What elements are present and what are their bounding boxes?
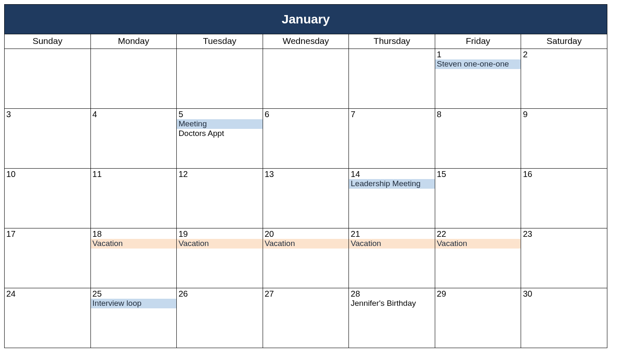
day-number: 20 [263, 228, 349, 239]
day-cell[interactable]: 8 [435, 108, 521, 168]
day-cell[interactable]: 5MeetingDoctors Appt [176, 108, 263, 168]
calendar-event[interactable]: Leadership Meeting [349, 179, 435, 189]
weekday-label: Wednesday [263, 34, 349, 49]
weekday-label: Saturday [521, 34, 607, 49]
calendar-event[interactable]: Vacation [91, 239, 177, 249]
day-cell[interactable] [348, 49, 435, 108]
weekday-label: Monday [90, 34, 177, 49]
day-cell[interactable]: 4 [90, 108, 177, 168]
day-cell[interactable]: 13 [263, 168, 349, 228]
day-number: 2 [521, 49, 607, 59]
calendar-event[interactable]: Steven one-one-one [435, 59, 521, 69]
month-header: January [4, 4, 607, 34]
day-number: 3 [5, 109, 90, 119]
calendar-event[interactable]: Vacation [435, 239, 521, 249]
day-number: 8 [435, 109, 521, 119]
day-cell[interactable]: 6 [263, 108, 349, 168]
day-cell[interactable]: 11 [90, 168, 177, 228]
day-cell[interactable]: 2 [521, 49, 607, 108]
day-number: 5 [177, 109, 263, 119]
day-number [177, 49, 263, 50]
day-cell[interactable]: 20Vacation [263, 228, 349, 288]
day-number: 12 [177, 169, 263, 179]
month-title: January [281, 12, 330, 26]
day-cell[interactable]: 24 [4, 288, 90, 348]
calendar: January Sunday Monday Tuesday Wednesday … [4, 4, 607, 348]
day-cell[interactable]: 21Vacation [348, 228, 435, 288]
weeks-grid: 1Steven one-one-one2345MeetingDoctors Ap… [4, 49, 607, 348]
day-cell[interactable]: 19Vacation [176, 228, 263, 288]
calendar-event[interactable]: Jennifer's Birthday [349, 299, 435, 308]
day-cell[interactable]: 15 [435, 168, 521, 228]
calendar-event[interactable]: Vacation [177, 239, 263, 249]
day-number: 27 [263, 288, 349, 299]
day-cell[interactable]: 1Steven one-one-one [435, 49, 521, 108]
weekday-label: Sunday [4, 34, 90, 49]
day-number: 22 [435, 228, 521, 239]
day-cell[interactable]: 10 [4, 168, 90, 228]
day-number [349, 49, 435, 50]
day-number: 13 [263, 169, 349, 179]
day-number: 11 [91, 169, 177, 179]
day-number: 6 [263, 109, 349, 119]
day-cell[interactable]: 26 [176, 288, 263, 348]
day-number: 29 [435, 288, 521, 299]
day-cell[interactable]: 14Leadership Meeting [348, 168, 435, 228]
day-number [91, 49, 177, 50]
day-number: 7 [349, 109, 435, 119]
day-cell[interactable]: 27 [263, 288, 349, 348]
day-cell[interactable]: 29 [435, 288, 521, 348]
calendar-event[interactable]: Interview loop [91, 299, 177, 308]
calendar-event[interactable]: Vacation [349, 239, 435, 249]
weekday-label: Thursday [348, 34, 435, 49]
day-cell[interactable]: 3 [4, 108, 90, 168]
weekday-label: Friday [435, 34, 521, 49]
day-number: 4 [91, 109, 177, 119]
day-number: 16 [521, 169, 607, 179]
day-number: 14 [349, 169, 435, 179]
day-number: 17 [5, 228, 90, 239]
day-cell[interactable] [176, 49, 263, 108]
day-number: 25 [91, 288, 177, 299]
day-number: 9 [521, 109, 607, 119]
day-number: 26 [177, 288, 263, 299]
day-number: 24 [5, 288, 90, 299]
day-cell[interactable]: 18Vacation [90, 228, 177, 288]
day-cell[interactable]: 9 [521, 108, 607, 168]
day-number: 15 [435, 169, 521, 179]
day-number: 28 [349, 288, 435, 299]
calendar-event[interactable]: Doctors Appt [177, 129, 263, 138]
day-number [5, 49, 90, 50]
day-number: 21 [349, 228, 435, 239]
calendar-event[interactable]: Vacation [263, 239, 349, 249]
calendar-event[interactable]: Meeting [177, 119, 263, 129]
day-cell[interactable]: 30 [521, 288, 607, 348]
day-number: 19 [177, 228, 263, 239]
day-number: 30 [521, 288, 607, 299]
day-cell[interactable]: 16 [521, 168, 607, 228]
day-cell[interactable] [263, 49, 349, 108]
weekday-label: Tuesday [176, 34, 263, 49]
day-cell[interactable]: 23 [521, 228, 607, 288]
day-number [263, 49, 349, 50]
weekday-row: Sunday Monday Tuesday Wednesday Thursday… [4, 34, 607, 49]
day-number: 18 [91, 228, 177, 239]
day-cell[interactable] [90, 49, 177, 108]
day-cell[interactable] [4, 49, 90, 108]
day-cell[interactable]: 12 [176, 168, 263, 228]
day-number: 23 [521, 228, 607, 239]
day-cell[interactable]: 7 [348, 108, 435, 168]
day-cell[interactable]: 17 [4, 228, 90, 288]
day-number: 10 [5, 169, 90, 179]
day-cell[interactable]: 22Vacation [435, 228, 521, 288]
day-cell[interactable]: 25Interview loop [90, 288, 177, 348]
day-cell[interactable]: 28Jennifer's Birthday [348, 288, 435, 348]
day-number: 1 [435, 49, 521, 59]
